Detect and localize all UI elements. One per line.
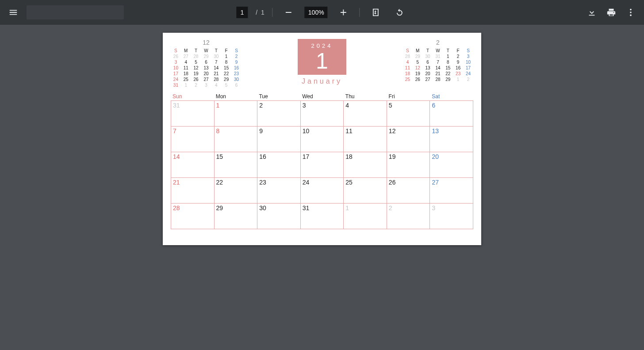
- calendar-cell: 12: [387, 127, 430, 152]
- mini-day: 22: [221, 71, 231, 77]
- toolbar-center: / 1 100%: [236, 0, 407, 25]
- print-icon[interactable]: [603, 4, 619, 20]
- zoom-in-icon[interactable]: [336, 4, 352, 20]
- mini-day: 2: [231, 54, 242, 59]
- pdf-viewport: 12 SMTWTFS 26272829301234567891011121314…: [0, 25, 644, 263]
- mini-day: 4: [402, 59, 413, 65]
- calendar-cell: 23: [257, 178, 301, 204]
- mini-dow: T: [423, 48, 433, 54]
- month-banner: 2024 1 January: [298, 39, 346, 85]
- mini-dow: W: [433, 48, 443, 54]
- mini-day: 29: [201, 54, 211, 59]
- mini-dow: S: [402, 48, 413, 54]
- menu-icon[interactable]: [5, 4, 21, 20]
- page-count: / 1: [256, 9, 264, 16]
- mini-day: 1: [443, 54, 453, 59]
- mini-day: 3: [171, 59, 181, 65]
- mini-day: 15: [443, 65, 453, 71]
- calendar-cell: 29: [215, 204, 258, 229]
- big-dow: Wed: [300, 92, 344, 100]
- mini-day: 13: [423, 65, 433, 71]
- svg-point-0: [630, 9, 632, 11]
- mini-day: 5: [191, 59, 201, 65]
- mini-day: 30: [231, 77, 242, 82]
- mini-day: 1: [181, 82, 191, 88]
- mini-dow: T: [211, 48, 221, 54]
- mini-day: 29: [413, 54, 423, 59]
- mini-day: 23: [231, 71, 242, 77]
- calendar-cell: 27: [430, 178, 473, 204]
- page-number-input[interactable]: [236, 7, 248, 18]
- mini-day: 3: [201, 82, 211, 88]
- mini-day: 2: [453, 54, 463, 59]
- mini-day: 26: [171, 54, 181, 59]
- mini-day: 20: [201, 71, 211, 77]
- fit-page-icon[interactable]: [368, 4, 384, 20]
- zoom-level[interactable]: 100%: [305, 7, 328, 18]
- calendar-cell: 28: [171, 204, 215, 229]
- mini-day: 1: [221, 54, 231, 59]
- mini-day: 5: [413, 59, 423, 65]
- calendar-cell: 10: [301, 127, 344, 152]
- mini-dow: T: [191, 48, 201, 54]
- download-icon[interactable]: [584, 4, 600, 20]
- mini-day: 6: [201, 59, 211, 65]
- calendar-cell: 21: [171, 178, 215, 204]
- mini-day: 28: [191, 54, 201, 59]
- mini-day: 26: [191, 77, 201, 82]
- banner-month-number: 1: [298, 50, 346, 72]
- mini-day: 26: [413, 77, 423, 82]
- mini-calendar-next: 2 SMTWTFS 282930311234567891011121314151…: [402, 39, 473, 82]
- mini-day: 11: [402, 65, 413, 71]
- mini-day: 10: [463, 59, 473, 65]
- mini-day: 11: [181, 65, 191, 71]
- mini-day: 6: [423, 59, 433, 65]
- mini-day: 19: [413, 71, 423, 77]
- zoom-out-icon[interactable]: [281, 4, 297, 20]
- mini-day: 27: [201, 77, 211, 82]
- calendar-cell: 30: [257, 204, 301, 229]
- svg-point-1: [630, 12, 632, 13]
- mini-day: 25: [402, 77, 413, 82]
- banner-month-name: January: [298, 77, 346, 85]
- mini-day: 31: [171, 82, 181, 88]
- mini-dow: W: [201, 48, 211, 54]
- mini-dow: F: [453, 48, 463, 54]
- mini-day: 13: [201, 65, 211, 71]
- more-icon[interactable]: [623, 4, 639, 20]
- mini-dow: S: [463, 48, 473, 54]
- calendar-cell: 8: [215, 127, 258, 152]
- calendar-cell: 25: [344, 178, 387, 204]
- rotate-icon[interactable]: [392, 4, 408, 20]
- separator: [272, 8, 273, 17]
- document-title: [27, 5, 124, 19]
- mini-next-title: 2: [402, 39, 473, 46]
- big-dow: Sun: [171, 92, 214, 100]
- pdf-toolbar: / 1 100%: [0, 0, 644, 25]
- big-dow: Fri: [387, 92, 430, 100]
- mini-calendar-prev: 12 SMTWTFS 26272829301234567891011121314…: [171, 39, 242, 88]
- mini-day: 20: [423, 71, 433, 77]
- mini-day: 29: [221, 77, 231, 82]
- mini-day: 7: [211, 59, 221, 65]
- calendar-cell: 4: [344, 101, 387, 127]
- mini-day: 9: [453, 59, 463, 65]
- mini-day: 24: [463, 71, 473, 77]
- mini-dow: M: [181, 48, 191, 54]
- mini-dow: M: [413, 48, 423, 54]
- calendar-cell: 31: [301, 204, 344, 229]
- big-calendar-dow: SunMonTueWedThuFriSat: [171, 92, 473, 100]
- mini-day: 3: [463, 54, 473, 59]
- mini-day: 22: [443, 71, 453, 77]
- mini-day: 30: [211, 54, 221, 59]
- mini-day: 17: [463, 65, 473, 71]
- mini-day: 27: [181, 54, 191, 59]
- mini-day: 18: [181, 71, 191, 77]
- big-dow: Sat: [430, 92, 473, 100]
- calendar-cell: 16: [257, 152, 301, 178]
- svg-point-2: [630, 15, 632, 16]
- calendar-cell: 9: [257, 127, 301, 152]
- mini-day: 19: [191, 71, 201, 77]
- mini-day: 9: [231, 59, 242, 65]
- mini-dow: S: [231, 48, 242, 54]
